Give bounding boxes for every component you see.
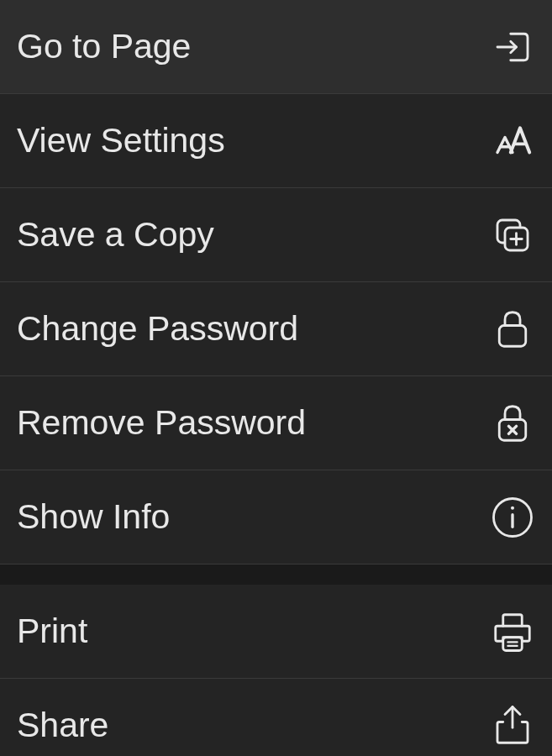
menu-item-share[interactable]: Share (0, 679, 552, 756)
menu-item-label: Print (17, 612, 87, 651)
menu-item-label: View Settings (17, 121, 225, 160)
info-icon (490, 495, 535, 540)
menu-item-go-to-page[interactable]: Go to Page (0, 0, 552, 94)
menu-item-view-settings[interactable]: View Settings (0, 94, 552, 188)
menu-item-label: Go to Page (17, 27, 191, 66)
lock-icon (490, 307, 535, 352)
menu-separator (0, 564, 552, 585)
menu-item-show-info[interactable]: Show Info (0, 470, 552, 564)
svg-rect-2 (499, 325, 526, 346)
print-icon (490, 609, 535, 654)
text-size-icon (490, 118, 535, 164)
menu-item-remove-password[interactable]: Remove Password (0, 376, 552, 470)
menu-item-label: Change Password (17, 309, 298, 349)
action-menu: Go to Page View Settings Save a Copy (0, 0, 552, 756)
menu-item-label: Remove Password (17, 403, 306, 443)
svg-rect-6 (503, 637, 523, 650)
menu-item-change-password[interactable]: Change Password (0, 282, 552, 376)
menu-item-label: Share (17, 706, 108, 745)
menu-item-label: Show Info (17, 497, 170, 537)
lock-remove-icon (490, 401, 535, 446)
menu-item-label: Save a Copy (17, 215, 214, 255)
menu-item-save-copy[interactable]: Save a Copy (0, 188, 552, 282)
svg-point-5 (511, 506, 514, 509)
duplicate-plus-icon (490, 213, 535, 258)
share-icon (490, 703, 535, 748)
go-to-page-icon (490, 24, 535, 70)
menu-item-print[interactable]: Print (0, 585, 552, 679)
